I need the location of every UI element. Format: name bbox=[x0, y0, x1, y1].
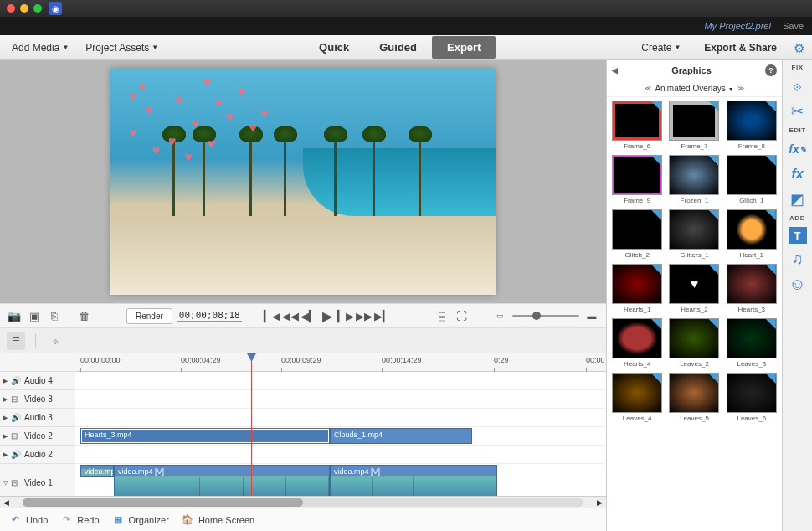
row-audio2[interactable] bbox=[75, 446, 606, 464]
gfx-item-hearts_1[interactable]: Hearts_1 bbox=[610, 264, 664, 317]
add-media-button[interactable]: Add Media ▼ bbox=[5, 39, 75, 57]
undo-button[interactable]: ↶Undo bbox=[8, 513, 48, 527]
titlebar: ◉ bbox=[0, 0, 812, 17]
playhead[interactable] bbox=[251, 353, 252, 496]
gfx-item-glitters_1[interactable]: Glitters_1 bbox=[667, 209, 721, 262]
track-video1[interactable]: ▽⊟Video 1 bbox=[0, 464, 75, 496]
gfx-item-hearts_4[interactable]: Hearts_4 bbox=[610, 318, 664, 371]
gfx-item-leaves_6[interactable]: Leaves_6 bbox=[725, 373, 779, 425]
time-ruler[interactable]: 00;00;00;00 00;00;04;29 00;00;09;29 00;0… bbox=[75, 353, 606, 372]
safe-margin-icon[interactable]: ⌸ bbox=[434, 308, 450, 323]
cat-next-icon[interactable]: ≫ bbox=[737, 85, 744, 92]
row-video3[interactable] bbox=[75, 390, 606, 409]
render-button[interactable]: Render bbox=[126, 308, 172, 324]
mode-guided[interactable]: Guided bbox=[364, 36, 432, 59]
track-audio2[interactable]: ▶🔊Audio 2 bbox=[0, 446, 75, 464]
step-fwd-icon[interactable]: ▎▶ bbox=[338, 308, 353, 323]
home-icon: 🏠 bbox=[181, 513, 194, 527]
save-button[interactable]: Save bbox=[783, 21, 804, 31]
export-share-button[interactable]: Export & Share bbox=[697, 39, 784, 57]
fullscreen-icon[interactable]: ⛶ bbox=[455, 308, 470, 323]
row-video1[interactable]: video.mp4 [ video.mp4 [V] video.mp4 [V] bbox=[75, 464, 606, 496]
clip-video-v2[interactable]: video.mp4 [V] bbox=[330, 465, 497, 496]
gear-icon[interactable]: ⚙ bbox=[794, 41, 807, 54]
video-preview[interactable]: ♥♥ ♥♥ ♥♥ ♥♥ ♥♥ ♥♥ ♥♥ ♥♥ bbox=[110, 69, 496, 295]
gfx-label: Glitch_2 bbox=[624, 251, 649, 259]
go-start-icon[interactable]: ▎◀ bbox=[265, 308, 280, 323]
home-screen-button[interactable]: 🏠Home Screen bbox=[181, 513, 254, 527]
step-back-icon[interactable]: ◀▎ bbox=[301, 308, 316, 323]
play-icon[interactable]: ▶ bbox=[320, 308, 335, 323]
gfx-thumb bbox=[669, 101, 719, 141]
marker-icon[interactable]: ▣ bbox=[27, 308, 42, 323]
music-icon[interactable]: ♫ bbox=[788, 249, 808, 269]
clip-video-a[interactable]: video.mp4 [ bbox=[80, 465, 114, 477]
gfx-label: Heart_1 bbox=[740, 251, 763, 259]
gfx-item-leaves_2[interactable]: Leaves_2 bbox=[667, 318, 721, 371]
timeline-hscroll[interactable]: ◀ ▶ bbox=[0, 496, 606, 508]
gfx-item-heart_1[interactable]: Heart_1 bbox=[725, 209, 779, 262]
gfx-label: Hearts_4 bbox=[624, 360, 650, 368]
toolbar: Add Media ▼ Project Assets ▼ Quick Guide… bbox=[0, 35, 812, 60]
gfx-item-frame_8[interactable]: Frame_8 bbox=[725, 101, 779, 153]
clip-hearts[interactable]: Hearts_3.mp4 bbox=[80, 428, 330, 444]
titles-icon[interactable]: T bbox=[789, 227, 807, 244]
tools-icon[interactable]: ✂ bbox=[788, 101, 808, 121]
gfx-item-leaves_4[interactable]: Leaves_4 bbox=[610, 373, 664, 425]
gfx-label: Glitters_1 bbox=[680, 251, 708, 259]
row-video2[interactable]: Hearts_3.mp4 Clouds_1.mp4 bbox=[75, 427, 606, 446]
track-video3[interactable]: ▶⊟Video 3 bbox=[0, 390, 75, 409]
track-video2[interactable]: ▶⊟Video 2 bbox=[0, 427, 75, 446]
timeline-options-icon[interactable]: ☰ bbox=[7, 332, 25, 350]
maximize-icon[interactable] bbox=[33, 4, 42, 13]
zoom-out-icon[interactable]: ▭ bbox=[492, 308, 507, 323]
chevron-down-icon: ▼ bbox=[674, 44, 681, 51]
track-audio3[interactable]: ▶🔊Audio 3 bbox=[0, 409, 75, 427]
gfx-thumb: ♥ bbox=[669, 264, 719, 304]
gfx-item-frozen_1[interactable]: Frozen_1 bbox=[667, 155, 721, 208]
tools-icon[interactable]: ⎘ bbox=[47, 308, 62, 323]
mode-expert[interactable]: Expert bbox=[432, 36, 496, 59]
gfx-item-hearts_3[interactable]: Hearts_3 bbox=[725, 264, 779, 317]
clip-clouds[interactable]: Clouds_1.mp4 bbox=[330, 428, 472, 444]
rewind-icon[interactable]: ◀◀ bbox=[283, 308, 298, 323]
create-button[interactable]: Create ▼ bbox=[635, 39, 687, 57]
camera-icon[interactable]: 📷 bbox=[7, 308, 22, 323]
zoom-in-icon[interactable]: ▬ bbox=[584, 308, 599, 323]
transitions-icon[interactable]: ◩ bbox=[788, 189, 808, 209]
audio-tool-icon[interactable]: ⟐ bbox=[46, 332, 64, 350]
track-audio4[interactable]: ▶🔊Audio 4 bbox=[0, 372, 75, 390]
gfx-item-frame_7[interactable]: Frame_7 bbox=[667, 101, 721, 153]
gfx-item-glitch_2[interactable]: Glitch_2 bbox=[610, 209, 664, 262]
row-audio4[interactable] bbox=[75, 372, 606, 390]
zoom-slider[interactable] bbox=[512, 315, 579, 317]
fx-icon[interactable]: fx bbox=[788, 164, 808, 184]
trash-icon[interactable]: 🗑 bbox=[76, 308, 91, 323]
timecode[interactable]: 00;00;08;18 bbox=[177, 310, 242, 322]
gfx-item-frame_6[interactable]: Frame_6 bbox=[610, 101, 664, 153]
gfx-item-hearts_2[interactable]: ♥Hearts_2 bbox=[667, 264, 721, 317]
go-end-icon[interactable]: ▶▎ bbox=[375, 308, 390, 323]
graphics-icon[interactable]: ☺ bbox=[788, 274, 808, 294]
ffwd-icon[interactable]: ▶▶ bbox=[357, 308, 372, 323]
fx-edit-icon[interactable]: fx✎ bbox=[788, 139, 808, 159]
gfx-item-leaves_3[interactable]: Leaves_3 bbox=[725, 318, 779, 371]
project-assets-button[interactable]: Project Assets ▼ bbox=[79, 39, 165, 57]
row-audio3[interactable] bbox=[75, 409, 606, 427]
clip-video-v1[interactable]: video.mp4 [V] bbox=[114, 465, 330, 496]
adjust-icon[interactable]: ⟐ bbox=[788, 76, 808, 96]
cat-prev-icon[interactable]: ≪ bbox=[645, 85, 651, 92]
timeline: ▶🔊Audio 4 ▶⊟Video 3 ▶🔊Audio 3 ▶⊟Video 2 … bbox=[0, 353, 606, 496]
category-dropdown[interactable]: Animated Overlays ▼ bbox=[655, 84, 733, 93]
gfx-thumb bbox=[612, 155, 662, 195]
mode-quick[interactable]: Quick bbox=[304, 36, 364, 59]
help-icon[interactable]: ? bbox=[765, 64, 777, 76]
close-icon[interactable] bbox=[7, 4, 15, 13]
panel-prev-icon[interactable]: ◀ bbox=[612, 66, 618, 75]
gfx-item-leaves_5[interactable]: Leaves_5 bbox=[667, 373, 721, 425]
gfx-item-glitch_1[interactable]: Glitch_1 bbox=[725, 155, 779, 208]
organizer-button[interactable]: ▦Organizer bbox=[111, 513, 169, 527]
gfx-item-frame_9[interactable]: Frame_9 bbox=[610, 155, 664, 208]
redo-button[interactable]: ↷Redo bbox=[59, 513, 99, 527]
minimize-icon[interactable] bbox=[20, 4, 28, 13]
